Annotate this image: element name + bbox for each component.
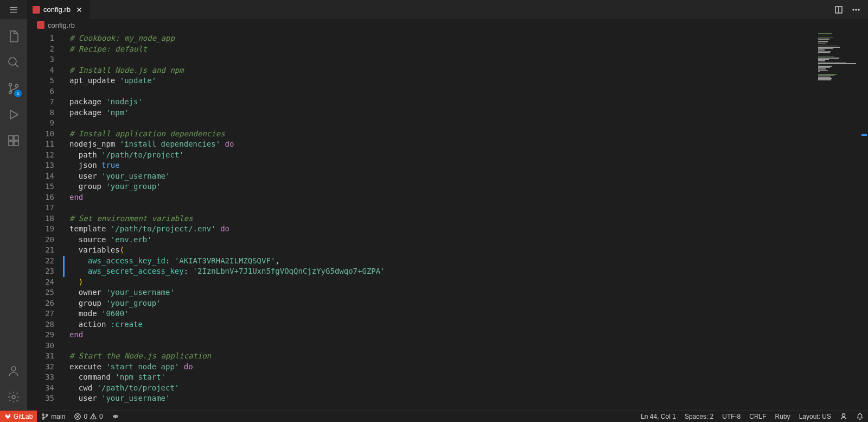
search-icon <box>7 56 20 69</box>
status-notifications[interactable] <box>852 411 868 423</box>
breadcrumb[interactable]: config.rb <box>27 19 868 31</box>
files-icon <box>7 30 20 43</box>
glyph-margin <box>63 31 66 410</box>
svg-point-9 <box>858 9 859 10</box>
vertical-scrollbar[interactable] <box>860 31 868 410</box>
svg-point-22 <box>42 413 44 415</box>
svg-rect-18 <box>9 141 13 146</box>
editor-area: config.rb 123456789101112131415161718192… <box>27 19 868 410</box>
change-marker <box>63 256 65 277</box>
status-live[interactable] <box>107 411 124 423</box>
search-tab[interactable] <box>0 49 27 75</box>
status-encoding[interactable]: UTF-8 <box>718 411 745 423</box>
tab-bar: config.rb <box>0 0 868 19</box>
svg-rect-16 <box>9 136 13 140</box>
warning-icon <box>90 413 97 420</box>
status-feedback[interactable] <box>835 411 852 423</box>
svg-point-30 <box>115 417 116 418</box>
play-icon <box>7 108 20 121</box>
svg-rect-17 <box>14 136 18 140</box>
line-number-gutter: 1234567891011121314151617181920212223242… <box>27 31 63 410</box>
ruby-file-icon <box>33 6 40 14</box>
status-layout[interactable]: Layout: US <box>795 411 835 423</box>
tab-close-button[interactable] <box>74 4 85 15</box>
breadcrumb-filename: config.rb <box>48 21 75 29</box>
split-icon <box>834 5 843 14</box>
svg-marker-15 <box>10 110 18 119</box>
person-icon <box>840 413 847 420</box>
ruby-file-icon <box>37 21 44 29</box>
svg-rect-19 <box>14 141 18 146</box>
tab-filename: config.rb <box>43 5 71 14</box>
svg-point-7 <box>853 9 854 10</box>
menu-button[interactable] <box>0 0 27 19</box>
gear-icon <box>7 390 20 404</box>
activity-bar: 1 <box>0 19 27 410</box>
branch-icon <box>41 413 49 420</box>
code-content[interactable]: # Cookbook: my_node_app# Recipe: default… <box>66 31 801 410</box>
status-gitlab[interactable]: GitLab <box>0 411 37 423</box>
scm-badge: 1 <box>14 90 22 97</box>
close-icon <box>75 6 83 14</box>
error-count: 0 <box>84 413 87 420</box>
hamburger-icon <box>9 5 18 15</box>
status-spaces[interactable]: Spaces: 2 <box>680 411 718 423</box>
svg-point-29 <box>93 418 94 418</box>
status-language[interactable]: Ruby <box>771 411 795 423</box>
gitlab-label: GitLab <box>14 413 33 420</box>
warning-count: 0 <box>99 413 103 420</box>
bell-icon <box>856 413 864 420</box>
branch-name: main <box>51 413 65 420</box>
ellipsis-icon <box>852 5 860 14</box>
source-control-tab[interactable]: 1 <box>0 75 27 102</box>
svg-point-20 <box>11 367 16 371</box>
title-actions <box>831 2 868 17</box>
minimap[interactable] <box>801 31 860 410</box>
svg-line-11 <box>15 64 18 67</box>
svg-point-10 <box>9 58 16 65</box>
extensions-tab[interactable] <box>0 128 27 154</box>
more-actions-button[interactable] <box>848 2 864 17</box>
svg-point-12 <box>9 84 12 86</box>
status-eol[interactable]: CRLF <box>745 411 770 423</box>
svg-point-8 <box>856 9 857 10</box>
extensions-icon <box>7 134 20 147</box>
account-button[interactable] <box>0 358 27 384</box>
status-position[interactable]: Ln 44, Col 1 <box>636 411 680 423</box>
svg-point-24 <box>46 414 48 415</box>
settings-button[interactable] <box>0 384 27 410</box>
minimap-canvas <box>818 33 856 81</box>
gitlab-icon <box>4 413 11 420</box>
tab-config[interactable]: config.rb <box>27 0 90 19</box>
account-icon <box>7 364 20 377</box>
run-debug-tab[interactable] <box>0 102 27 128</box>
status-bar: GitLab main 0 0 Ln 44, Col 1 Spaces: 2 U… <box>0 410 868 422</box>
error-icon <box>74 413 81 420</box>
svg-point-31 <box>842 413 845 416</box>
overview-mark <box>861 134 867 136</box>
svg-point-21 <box>12 395 15 399</box>
broadcast-icon <box>112 413 119 420</box>
explorer-tab[interactable] <box>0 23 27 49</box>
status-problems[interactable]: 0 0 <box>69 411 107 423</box>
status-branch[interactable]: main <box>37 411 69 423</box>
svg-point-14 <box>16 85 18 87</box>
split-editor-button[interactable] <box>831 2 846 17</box>
code-editor[interactable]: 1234567891011121314151617181920212223242… <box>27 31 868 410</box>
